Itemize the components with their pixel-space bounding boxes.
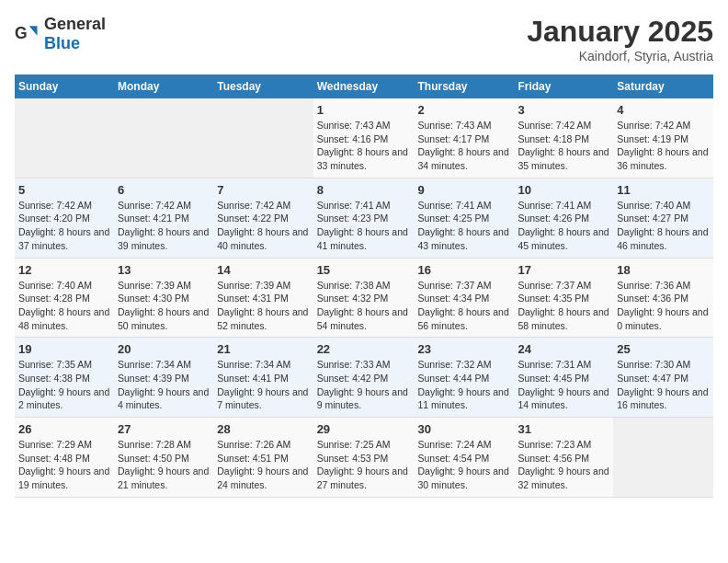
day-number: 27	[118, 422, 210, 436]
day-info: Sunrise: 7:37 AM Sunset: 4:34 PM Dayligh…	[418, 279, 511, 333]
week-row-1: 1Sunrise: 7:43 AM Sunset: 4:16 PM Daylig…	[15, 98, 713, 178]
page-subtitle: Kaindorf, Styria, Austria	[527, 49, 713, 63]
day-info: Sunrise: 7:26 AM Sunset: 4:51 PM Dayligh…	[217, 438, 309, 492]
calendar-cell: 11Sunrise: 7:40 AM Sunset: 4:27 PM Dayli…	[613, 178, 713, 258]
calendar-cell: 15Sunrise: 7:38 AM Sunset: 4:32 PM Dayli…	[313, 258, 415, 338]
calendar-cell: 30Sunrise: 7:24 AM Sunset: 4:54 PM Dayli…	[415, 418, 515, 498]
calendar-cell: 18Sunrise: 7:36 AM Sunset: 4:36 PM Dayli…	[613, 258, 713, 338]
calendar-cell: 1Sunrise: 7:43 AM Sunset: 4:16 PM Daylig…	[313, 98, 415, 178]
calendar-cell: 28Sunrise: 7:26 AM Sunset: 4:51 PM Dayli…	[213, 418, 313, 498]
weekday-header-friday: Friday	[514, 75, 613, 98]
day-number: 28	[217, 422, 309, 436]
calendar-cell: 29Sunrise: 7:25 AM Sunset: 4:53 PM Dayli…	[313, 418, 415, 498]
calendar-cell: 21Sunrise: 7:34 AM Sunset: 4:41 PM Dayli…	[213, 338, 313, 418]
weekday-header-sunday: Sunday	[15, 75, 114, 98]
calendar-cell: 27Sunrise: 7:28 AM Sunset: 4:50 PM Dayli…	[114, 418, 213, 498]
day-number: 5	[18, 183, 110, 197]
day-number: 14	[217, 263, 309, 277]
day-number: 1	[317, 103, 411, 117]
day-number: 16	[418, 263, 511, 277]
day-number: 19	[18, 342, 110, 356]
calendar-cell: 5Sunrise: 7:42 AM Sunset: 4:20 PM Daylig…	[15, 178, 114, 258]
day-info: Sunrise: 7:42 AM Sunset: 4:18 PM Dayligh…	[518, 119, 609, 173]
day-number: 3	[518, 103, 609, 117]
calendar-cell	[15, 98, 114, 178]
day-info: Sunrise: 7:41 AM Sunset: 4:23 PM Dayligh…	[317, 199, 411, 253]
day-number: 11	[617, 183, 710, 197]
svg-marker-1	[29, 26, 38, 36]
day-info: Sunrise: 7:43 AM Sunset: 4:16 PM Dayligh…	[317, 119, 411, 173]
calendar-cell: 14Sunrise: 7:39 AM Sunset: 4:31 PM Dayli…	[213, 258, 313, 338]
day-number: 20	[118, 342, 210, 356]
day-info: Sunrise: 7:39 AM Sunset: 4:31 PM Dayligh…	[217, 279, 309, 333]
calendar-cell: 6Sunrise: 7:42 AM Sunset: 4:21 PM Daylig…	[114, 178, 213, 258]
calendar-cell: 16Sunrise: 7:37 AM Sunset: 4:34 PM Dayli…	[415, 258, 515, 338]
day-info: Sunrise: 7:24 AM Sunset: 4:54 PM Dayligh…	[418, 438, 511, 492]
day-info: Sunrise: 7:31 AM Sunset: 4:45 PM Dayligh…	[518, 358, 609, 412]
svg-text:G: G	[15, 24, 28, 42]
day-number: 22	[317, 342, 411, 356]
day-info: Sunrise: 7:35 AM Sunset: 4:38 PM Dayligh…	[18, 358, 110, 412]
week-row-3: 12Sunrise: 7:40 AM Sunset: 4:28 PM Dayli…	[15, 258, 713, 338]
day-number: 30	[418, 422, 511, 436]
calendar-cell: 23Sunrise: 7:32 AM Sunset: 4:44 PM Dayli…	[415, 338, 515, 418]
day-info: Sunrise: 7:23 AM Sunset: 4:56 PM Dayligh…	[518, 438, 609, 492]
weekday-header-saturday: Saturday	[613, 75, 713, 98]
day-info: Sunrise: 7:29 AM Sunset: 4:48 PM Dayligh…	[18, 438, 110, 492]
calendar-cell: 10Sunrise: 7:41 AM Sunset: 4:26 PM Dayli…	[514, 178, 613, 258]
title-area: January 2025 Kaindorf, Styria, Austria	[527, 15, 713, 63]
calendar-cell: 24Sunrise: 7:31 AM Sunset: 4:45 PM Dayli…	[514, 338, 613, 418]
day-info: Sunrise: 7:33 AM Sunset: 4:42 PM Dayligh…	[317, 358, 411, 412]
day-number: 21	[217, 342, 309, 356]
day-number: 26	[18, 422, 110, 436]
day-info: Sunrise: 7:32 AM Sunset: 4:44 PM Dayligh…	[418, 358, 511, 412]
calendar-cell: 3Sunrise: 7:42 AM Sunset: 4:18 PM Daylig…	[514, 98, 613, 178]
calendar-cell: 19Sunrise: 7:35 AM Sunset: 4:38 PM Dayli…	[15, 338, 114, 418]
logo: G General Blue	[15, 15, 106, 53]
page-title: January 2025	[527, 15, 713, 49]
day-info: Sunrise: 7:39 AM Sunset: 4:30 PM Dayligh…	[118, 279, 210, 333]
day-info: Sunrise: 7:40 AM Sunset: 4:28 PM Dayligh…	[18, 279, 110, 333]
day-info: Sunrise: 7:36 AM Sunset: 4:36 PM Dayligh…	[617, 279, 710, 333]
logo-icon: G	[15, 21, 40, 47]
week-row-5: 26Sunrise: 7:29 AM Sunset: 4:48 PM Dayli…	[15, 418, 713, 498]
weekday-header-monday: Monday	[114, 75, 213, 98]
day-info: Sunrise: 7:38 AM Sunset: 4:32 PM Dayligh…	[317, 279, 411, 333]
header: G General Blue January 2025 Kaindorf, St…	[15, 15, 713, 63]
day-info: Sunrise: 7:37 AM Sunset: 4:35 PM Dayligh…	[518, 279, 609, 333]
calendar-cell	[114, 98, 213, 178]
day-number: 8	[317, 183, 411, 197]
day-info: Sunrise: 7:41 AM Sunset: 4:26 PM Dayligh…	[518, 199, 609, 253]
weekday-header-row: SundayMondayTuesdayWednesdayThursdayFrid…	[15, 75, 713, 98]
weekday-header-tuesday: Tuesday	[213, 75, 313, 98]
day-info: Sunrise: 7:43 AM Sunset: 4:17 PM Dayligh…	[418, 119, 511, 173]
day-info: Sunrise: 7:41 AM Sunset: 4:25 PM Dayligh…	[418, 199, 511, 253]
calendar-cell: 26Sunrise: 7:29 AM Sunset: 4:48 PM Dayli…	[15, 418, 114, 498]
day-number: 9	[418, 183, 511, 197]
day-number: 13	[118, 263, 210, 277]
logo-blue: Blue	[44, 34, 80, 52]
calendar-table: SundayMondayTuesdayWednesdayThursdayFrid…	[15, 75, 713, 498]
calendar-cell: 13Sunrise: 7:39 AM Sunset: 4:30 PM Dayli…	[114, 258, 213, 338]
day-info: Sunrise: 7:34 AM Sunset: 4:41 PM Dayligh…	[217, 358, 309, 412]
calendar-cell: 17Sunrise: 7:37 AM Sunset: 4:35 PM Dayli…	[514, 258, 613, 338]
weekday-header-thursday: Thursday	[415, 75, 515, 98]
logo-general: General	[44, 15, 106, 33]
day-info: Sunrise: 7:28 AM Sunset: 4:50 PM Dayligh…	[118, 438, 210, 492]
day-number: 23	[418, 342, 511, 356]
calendar-cell: 2Sunrise: 7:43 AM Sunset: 4:17 PM Daylig…	[415, 98, 515, 178]
calendar-cell: 9Sunrise: 7:41 AM Sunset: 4:25 PM Daylig…	[415, 178, 515, 258]
day-number: 15	[317, 263, 411, 277]
day-info: Sunrise: 7:25 AM Sunset: 4:53 PM Dayligh…	[317, 438, 411, 492]
calendar-cell: 12Sunrise: 7:40 AM Sunset: 4:28 PM Dayli…	[15, 258, 114, 338]
day-number: 25	[617, 342, 710, 356]
calendar-cell: 31Sunrise: 7:23 AM Sunset: 4:56 PM Dayli…	[514, 418, 613, 498]
day-number: 24	[518, 342, 609, 356]
day-number: 12	[18, 263, 110, 277]
calendar-cell	[213, 98, 313, 178]
weekday-header-wednesday: Wednesday	[313, 75, 415, 98]
day-info: Sunrise: 7:34 AM Sunset: 4:39 PM Dayligh…	[118, 358, 210, 412]
day-number: 18	[617, 263, 710, 277]
day-number: 6	[118, 183, 210, 197]
day-number: 31	[518, 422, 609, 436]
